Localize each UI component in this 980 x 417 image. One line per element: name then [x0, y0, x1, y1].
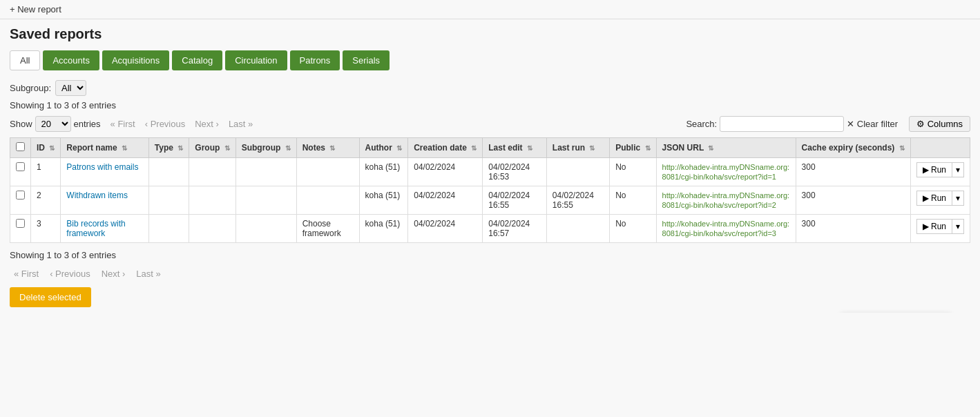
row-creation-date: 04/02/2024 [408, 186, 483, 215]
row-last-edit: 04/02/2024 16:53 [483, 158, 547, 186]
row-group [189, 186, 236, 215]
row-notes [296, 186, 359, 215]
content-area: Subgroup: All Showing 1 to 3 of 3 entrie… [0, 75, 980, 313]
json-url-link[interactable]: http://kohadev-intra.myDNSname.org:8081/… [662, 191, 790, 209]
json-url-header: JSON URL ⇅ [656, 138, 796, 158]
row-cache-expiry: 300 [796, 158, 910, 186]
page-title: Saved reports [0, 19, 980, 46]
row-notes [296, 158, 359, 186]
row-public: No [610, 186, 656, 215]
group-header: Group ⇅ [189, 138, 236, 158]
row-checkbox-cell [10, 215, 31, 243]
run-dropdown-button[interactable]: ▾ [952, 219, 964, 234]
table-row: 1 Patrons with emails koha (51) 04/02/20… [10, 158, 970, 186]
row-type [148, 186, 189, 215]
next-button-top[interactable]: Next › [191, 117, 223, 130]
row-report-name: Bib records with framework [61, 215, 149, 243]
select-all-header [10, 138, 31, 158]
pagination-top: « First ‹ Previous Next › Last » [106, 117, 258, 130]
row-group [189, 215, 236, 243]
showing-top: Showing 1 to 3 of 3 entries [10, 100, 970, 110]
row-report-name: Withdrawn items [61, 186, 149, 215]
row-cache-expiry: 300 [796, 215, 910, 243]
row-actions: ▶ Run ▾ [910, 158, 970, 186]
row-public: No [610, 215, 656, 243]
last-button-top[interactable]: Last » [224, 117, 257, 130]
show-entries: Show 102050100 entries [10, 116, 101, 132]
search-input[interactable] [720, 116, 844, 132]
run-dropdown-button[interactable]: ▾ [952, 191, 964, 206]
author-header: Author ⇅ [359, 138, 408, 158]
row-type [148, 215, 189, 243]
previous-button-bottom[interactable]: ‹ Previous [46, 267, 95, 280]
table-row: 2 Withdrawn items koha (51) 04/02/2024 0… [10, 186, 970, 215]
row-checkbox[interactable] [16, 162, 25, 171]
row-group [189, 158, 236, 186]
actions-header [910, 138, 970, 158]
table-row: 3 Bib records with framework Choose fram… [10, 215, 970, 243]
entries-select[interactable]: 102050100 [35, 116, 71, 132]
row-checkbox-cell [10, 158, 31, 186]
run-button[interactable]: ▶ Run [916, 219, 952, 234]
row-cache-expiry: 300 [796, 186, 910, 215]
report-name-link[interactable]: Withdrawn items [66, 191, 128, 200]
row-last-run: 04/02/2024 16:55 [546, 186, 609, 215]
run-dropdown-button[interactable]: ▾ [952, 162, 964, 177]
row-creation-date: 04/02/2024 [408, 158, 483, 186]
subgroup-select[interactable]: All [55, 80, 86, 96]
tab-accounts[interactable]: Accounts [43, 50, 99, 70]
subgroup-label: Subgroup: [10, 83, 51, 93]
id-header: ID ⇅ [31, 138, 61, 158]
json-url-link[interactable]: http://kohadev-intra.myDNSname.org:8081/… [662, 163, 790, 181]
clear-filter-button[interactable]: ✕ Clear filter [847, 119, 898, 129]
row-author: koha (51) [359, 158, 408, 186]
tab-patrons[interactable]: Patrons [290, 50, 340, 70]
search-label: Search: [686, 119, 717, 129]
reports-table: ID ⇅ Report name ⇅ Type ⇅ Group ⇅ Subgro… [10, 137, 970, 243]
tab-catalog[interactable]: Catalog [172, 50, 222, 70]
row-checkbox[interactable] [16, 191, 25, 200]
row-id: 1 [31, 158, 61, 186]
row-checkbox[interactable] [16, 219, 25, 228]
type-header: Type ⇅ [148, 138, 189, 158]
report-name-link[interactable]: Bib records with framework [66, 219, 125, 238]
row-public: No [610, 158, 656, 186]
row-creation-date: 04/02/2024 [408, 215, 483, 243]
tab-all[interactable]: All [10, 50, 40, 70]
first-button-top[interactable]: « First [106, 117, 140, 130]
row-last-run [546, 215, 609, 243]
tab-circulation[interactable]: Circulation [225, 50, 287, 70]
report-name-link[interactable]: Patrons with emails [66, 162, 138, 172]
show-label: Show [10, 119, 32, 129]
row-actions: ▶ Run ▾ [910, 215, 970, 243]
next-button-bottom[interactable]: Next › [97, 267, 130, 280]
row-checkbox-cell [10, 186, 31, 215]
row-id: 3 [31, 215, 61, 243]
row-json-url: http://kohadev-intra.myDNSname.org:8081/… [656, 186, 796, 215]
tab-serials[interactable]: Serials [343, 50, 390, 70]
row-type [148, 158, 189, 186]
row-report-name: Patrons with emails [61, 158, 149, 186]
creation-date-header: Creation date ⇅ [408, 138, 483, 158]
json-url-link[interactable]: http://kohadev-intra.myDNSname.org:8081/… [662, 220, 790, 237]
report-name-header: Report name ⇅ [61, 138, 149, 158]
pagination-search-row: Show 102050100 entries « First ‹ Previou… [10, 116, 970, 132]
tabs-bar: AllAccountsAcquisitionsCatalogCirculatio… [0, 46, 980, 75]
first-button-bottom[interactable]: « First [10, 267, 43, 280]
delete-selected-button[interactable]: Delete selected [10, 287, 91, 307]
run-button[interactable]: ▶ Run [916, 162, 952, 177]
public-header: Public ⇅ [610, 138, 656, 158]
columns-button[interactable]: ⚙ Columns [909, 116, 970, 132]
previous-button-top[interactable]: ‹ Previous [141, 117, 190, 130]
row-json-url: http://kohadev-intra.myDNSname.org:8081/… [656, 158, 796, 186]
last-button-bottom[interactable]: Last » [132, 267, 164, 280]
row-last-edit: 04/02/2024 16:55 [483, 186, 547, 215]
cache-expiry-header: Cache expiry (seconds) ⇅ [796, 138, 910, 158]
search-area: Search: ✕ Clear filter [686, 116, 898, 132]
table-container: ID ⇅ Report name ⇅ Type ⇅ Group ⇅ Subgro… [10, 137, 970, 243]
top-bar: + New report [0, 0, 980, 19]
new-report-button[interactable]: + New report [10, 4, 61, 14]
select-all-checkbox[interactable] [16, 142, 25, 151]
run-button[interactable]: ▶ Run [916, 191, 952, 206]
tab-acquisitions[interactable]: Acquisitions [102, 50, 169, 70]
